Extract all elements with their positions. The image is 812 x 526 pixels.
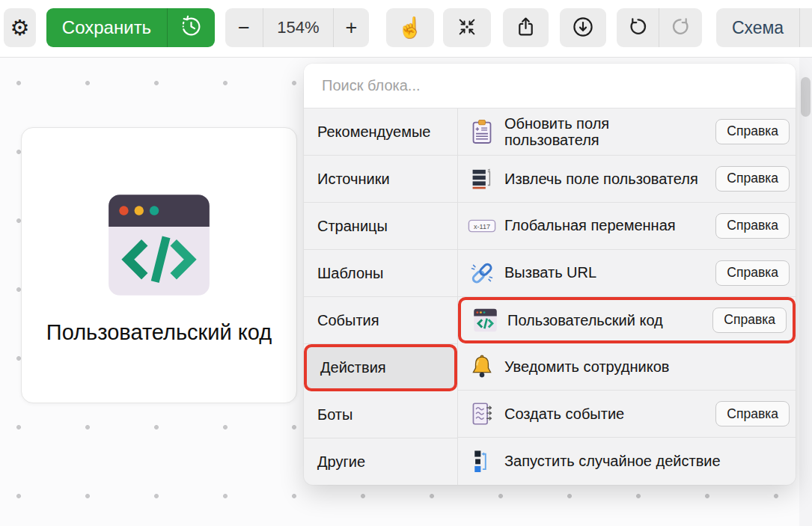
share-icon	[515, 16, 537, 40]
node-title: Пользовательский код	[46, 320, 272, 345]
save-history-button[interactable]	[168, 8, 215, 47]
event-icon	[468, 398, 496, 429]
block-search-input[interactable]	[304, 64, 796, 108]
category-item[interactable]: Боты	[304, 391, 457, 438]
category-item[interactable]: Другие	[304, 438, 457, 485]
scrollbar-thumb[interactable]	[801, 77, 811, 117]
category-label: Боты	[317, 406, 352, 423]
help-button[interactable]: Справка	[712, 308, 787, 333]
flow-canvas[interactable]: Пользовательский код Рекомендуемые Источ…	[0, 57, 812, 526]
block-item-label: Вызвать URL	[504, 264, 596, 281]
toolbar: ⚙ Сохранить − 154% +	[0, 0, 812, 58]
block-item-label: Уведомить сотрудников	[504, 358, 669, 375]
hand-tool-wrap: ☝	[386, 8, 434, 47]
category-item[interactable]: Действия	[304, 344, 457, 391]
schema-button[interactable]: Схема	[716, 8, 799, 47]
block-item[interactable]: Уведомить сотрудников Справка	[458, 343, 796, 391]
share-wrap	[503, 8, 549, 47]
settings-button-wrap: ⚙	[4, 8, 36, 47]
schema-button-group: Схема	[716, 8, 812, 47]
download-icon	[572, 16, 594, 40]
category-list: Рекомендуемые Источники Страницы Шаблоны…	[304, 108, 458, 485]
fit-view-wrap	[443, 8, 491, 47]
block-item[interactable]: Создать событие Справка	[458, 391, 796, 438]
category-item[interactable]: События	[304, 297, 457, 344]
category-item[interactable]: Шаблоны	[304, 250, 457, 297]
code-window-icon	[108, 193, 210, 300]
schema-extra-button[interactable]	[800, 8, 812, 47]
category-label: Рекомендуемые	[317, 123, 430, 141]
zoom-in-button[interactable]: +	[334, 8, 369, 47]
category-label: Шаблоны	[317, 265, 383, 282]
category-item[interactable]: Рекомендуемые	[304, 108, 457, 156]
svg-text:x-117: x-117	[474, 222, 490, 230]
block-item[interactable]: Запустить случайное действие Справка	[458, 438, 796, 485]
help-button[interactable]: Справка	[715, 260, 790, 286]
block-item-label: Обновить поля пользователя	[504, 115, 609, 149]
redo-button[interactable]	[659, 8, 702, 47]
code-window-icon	[471, 305, 499, 336]
redo-icon	[671, 16, 691, 39]
block-item-label: Создать событие	[504, 406, 624, 422]
link-icon	[468, 257, 496, 289]
block-picker-panel: Рекомендуемые Источники Страницы Шаблоны…	[304, 64, 796, 485]
random-action-icon	[468, 446, 496, 477]
share-button[interactable]	[503, 8, 549, 47]
block-item-label: Пользовательский код	[507, 312, 663, 328]
help-button[interactable]: Справка	[715, 119, 790, 144]
gear-icon: ⚙	[10, 17, 30, 39]
category-label: Страницы	[317, 218, 388, 235]
custom-code-node[interactable]: Пользовательский код	[21, 127, 297, 403]
settings-button[interactable]: ⚙	[4, 8, 36, 47]
download-wrap	[560, 8, 606, 47]
block-item[interactable]: Пользовательский код Справка	[458, 297, 796, 344]
help-button[interactable]: Справка	[715, 166, 790, 192]
block-item[interactable]: x-117 Глобальная переменная Справка	[458, 203, 796, 250]
save-button-group: Сохранить	[46, 8, 215, 47]
zoom-control: − 154% +	[225, 8, 369, 47]
hand-pointer-icon: ☝	[397, 18, 423, 38]
hand-tool-button[interactable]: ☝	[386, 8, 434, 47]
clipboard-icon	[468, 116, 496, 147]
fit-to-screen-icon	[457, 16, 477, 40]
category-label: Действия	[320, 359, 386, 376]
category-item[interactable]: Источники	[304, 156, 457, 203]
block-item-label: Глобальная переменная	[504, 217, 676, 233]
category-label: События	[317, 312, 379, 329]
block-list: Обновить поля пользователя Справка Извле…	[458, 108, 796, 485]
help-button[interactable]: Справка	[715, 401, 790, 426]
block-item-label: Запустить случайное действие	[504, 453, 721, 469]
zoom-level: 154%	[263, 8, 334, 47]
category-label: Источники	[317, 171, 390, 188]
flow-editor-screen: ⚙ Сохранить − 154% +	[0, 0, 812, 526]
global-variable-icon: x-117	[468, 210, 496, 242]
picker-body: Рекомендуемые Источники Страницы Шаблоны…	[304, 108, 796, 485]
zoom-out-button[interactable]: −	[225, 8, 263, 47]
help-button[interactable]: Справка	[715, 213, 790, 239]
download-button[interactable]	[560, 8, 606, 47]
category-item[interactable]: Страницы	[304, 203, 457, 250]
undo-button[interactable]	[617, 8, 659, 47]
block-item[interactable]: Извлечь поле пользователя Справка	[458, 156, 796, 203]
vertical-scrollbar	[799, 57, 812, 526]
fit-view-button[interactable]	[443, 8, 491, 47]
category-label: Другие	[317, 453, 365, 471]
block-item[interactable]: Обновить поля пользователя Справка	[458, 108, 796, 156]
undo-icon	[628, 16, 648, 39]
save-button[interactable]: Сохранить	[46, 8, 167, 47]
bell-icon	[468, 351, 496, 382]
block-item[interactable]: Вызвать URL Справка	[458, 250, 796, 297]
extract-field-icon	[468, 163, 496, 195]
history-clock-icon	[180, 15, 203, 40]
block-item-label: Извлечь поле пользователя	[504, 171, 698, 187]
undo-redo-group	[617, 8, 702, 47]
